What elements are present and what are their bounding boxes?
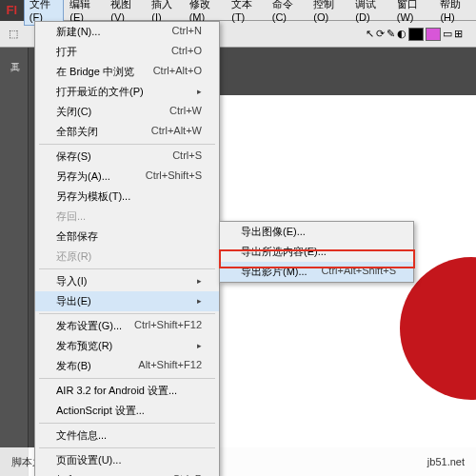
menu-item[interactable]: 导出(E) <box>35 291 219 311</box>
tool-icon: ▭ <box>443 28 452 40</box>
menu-7[interactable]: 控制(O) <box>307 0 349 26</box>
menu-item[interactable]: 关闭(C)Ctrl+W <box>35 102 219 122</box>
footer-right: jb51.net <box>427 456 465 467</box>
menu-item[interactable]: 另存为(A)...Ctrl+Shift+S <box>35 167 219 187</box>
menu-item[interactable]: 全部保存 <box>35 227 219 247</box>
submenu-item[interactable]: 导出图像(E)... <box>220 222 413 242</box>
menu-item[interactable]: 新建(N)...Ctrl+N <box>35 22 219 42</box>
menu-item[interactable]: AIR 3.2 for Android 设置... <box>35 381 219 401</box>
export-submenu: 导出图像(E)...导出所选内容(E)...导出影片(M)...Ctrl+Alt… <box>219 221 414 283</box>
submenu-item[interactable]: 导出影片(M)...Ctrl+Alt+Shift+S <box>220 262 413 282</box>
menu-8[interactable]: 调试(D) <box>349 0 391 26</box>
menu-item[interactable]: 保存(S)Ctrl+S <box>35 147 219 167</box>
tool-icon: ✎ <box>387 28 395 40</box>
sidebar-label: 工具 <box>0 51 29 59</box>
menu-10[interactable]: 帮助(H) <box>434 0 476 26</box>
tool-icon: ◐ <box>397 28 407 40</box>
fill-swatch[interactable] <box>426 28 441 41</box>
app-logo: Fl <box>0 0 24 21</box>
menu-item[interactable]: 页面设置(U)... <box>35 450 219 470</box>
stroke-swatch[interactable] <box>408 28 424 41</box>
tool-icon: ⊞ <box>454 28 463 40</box>
menu-9[interactable]: 窗口(W) <box>391 0 435 26</box>
menu-5[interactable]: 文本(T) <box>226 0 266 26</box>
menubar: Fl 文件(F)编辑(E)视图(V)插入(I)修改(M)文本(T)命令(C)控制… <box>0 0 476 21</box>
menu-item[interactable]: 打开最近的文件(P) <box>35 82 219 102</box>
menu-item: 存回... <box>35 207 219 227</box>
menu-item[interactable]: 发布预览(R) <box>35 336 219 356</box>
tools-sidebar: 工具 <box>0 48 29 476</box>
menu-item[interactable]: 打开Ctrl+O <box>35 42 219 62</box>
menu-item[interactable]: 打印(P)...Ctrl+P <box>35 470 219 476</box>
menu-item: 还原(R) <box>35 247 219 267</box>
menu-item[interactable]: 发布(B)Alt+Shift+F12 <box>35 356 219 376</box>
menu-item[interactable]: 发布设置(G)...Ctrl+Shift+F12 <box>35 316 219 336</box>
file-menu-dropdown: 新建(N)...Ctrl+N打开Ctrl+O在 Bridge 中浏览Ctrl+A… <box>34 21 220 476</box>
menu-item[interactable]: 导入(I) <box>35 271 219 291</box>
menu-item[interactable]: 在 Bridge 中浏览Ctrl+Alt+O <box>35 62 219 82</box>
menu-item[interactable]: 另存为模板(T)... <box>35 187 219 207</box>
menu-item[interactable]: 全部关闭Ctrl+Alt+W <box>35 122 219 142</box>
menu-item[interactable]: 文件信息... <box>35 426 219 446</box>
pointer-icon: ↖ <box>366 28 374 40</box>
menu-6[interactable]: 命令(C) <box>267 0 308 26</box>
menu-item[interactable]: ActionScript 设置... <box>35 401 219 421</box>
tool-icon: ⟳ <box>376 28 385 40</box>
tool-btn[interactable]: ⬚ <box>4 25 23 44</box>
submenu-item[interactable]: 导出所选内容(E)... <box>220 242 413 262</box>
